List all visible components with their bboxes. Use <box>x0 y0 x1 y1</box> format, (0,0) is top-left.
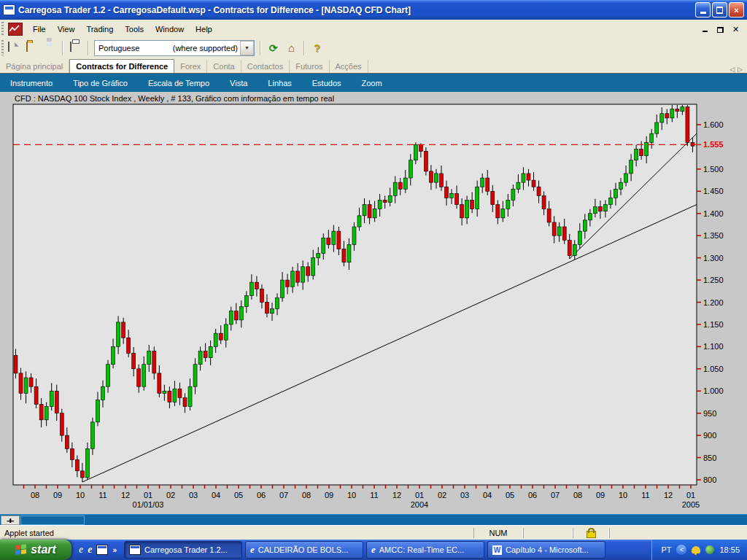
print-button[interactable] <box>67 40 84 56</box>
svg-text:10: 10 <box>347 491 356 499</box>
toolbar-separator <box>303 41 305 55</box>
outlook-express-icon[interactable]: e <box>79 544 83 556</box>
task-capitulo4-word[interactable]: W Capítulo 4 - Microsoft... <box>487 541 605 559</box>
task-amcc-realtime[interactable]: e AMCC: Real-Time EC... <box>366 541 484 559</box>
menu-help[interactable]: Help <box>190 23 218 36</box>
tab-scroll-left-icon[interactable]: ◁ <box>729 66 735 73</box>
status-bar: Applet started NUM <box>0 525 747 540</box>
save-button[interactable] <box>42 40 58 56</box>
language-dropdown-button[interactable]: ▼ <box>240 41 254 55</box>
svg-text:1.600: 1.600 <box>703 120 724 129</box>
quick-launch-overflow-chevron[interactable]: » <box>112 546 117 554</box>
carregosa-logo-icon <box>8 23 23 36</box>
toolbar-grip2[interactable] <box>1 40 4 56</box>
help-button[interactable]: ? <box>309 40 325 56</box>
svg-text:09: 09 <box>596 491 605 499</box>
close-button[interactable]: × <box>729 2 744 18</box>
task-caldeirao-de-bolsa[interactable]: e CALDEIRÃO DE BOLS... <box>245 541 363 559</box>
tab-pagina-principal[interactable]: Página principal <box>0 60 69 73</box>
tray-collapse-chevron[interactable]: < <box>676 545 686 555</box>
svg-text:1.200: 1.200 <box>703 298 724 307</box>
svg-text:1.400: 1.400 <box>703 209 724 218</box>
nav-tipo-de-grafico[interactable]: Tipo de Gráfico <box>63 75 138 91</box>
title-bar[interactable]: Carregosa Trader 1.2 - CarregosaDefault.… <box>0 0 747 20</box>
language-combobox[interactable]: Portuguese (where supported) ▼ <box>94 40 255 56</box>
restore-icon <box>716 7 723 13</box>
language-indicator[interactable]: PT <box>661 545 671 554</box>
svg-text:08: 08 <box>31 491 39 499</box>
quick-launch: e e » <box>71 544 123 556</box>
internet-explorer-icon[interactable]: e <box>88 544 92 556</box>
status-panel <box>609 528 747 538</box>
internet-explorer-icon: e <box>250 544 255 556</box>
svg-text:800: 800 <box>703 475 716 484</box>
svg-text:01/01/03: 01/01/03 <box>133 500 164 509</box>
nav-zoom[interactable]: Zoom <box>352 75 392 91</box>
carregosa-task-icon <box>129 545 141 555</box>
messenger-icon[interactable] <box>705 545 714 554</box>
svg-text:02: 02 <box>166 491 175 499</box>
word-icon: W <box>492 545 502 555</box>
mdi-restore-button[interactable] <box>715 24 726 34</box>
svg-text:01: 01 <box>686 491 695 499</box>
tab-accoes[interactable]: Acções <box>330 60 368 73</box>
taskbar: start e e » Carregosa Trader 1.2... e CA… <box>0 540 747 560</box>
notification-bell-icon[interactable] <box>692 546 700 553</box>
svg-text:11: 11 <box>98 491 107 499</box>
svg-text:11: 11 <box>641 491 649 499</box>
mdi-close-button[interactable]: ✕ <box>730 24 741 34</box>
nav-escala-de-tempo[interactable]: Escala de Tempo <box>138 75 220 91</box>
tab-scroll-right-icon[interactable]: ▷ <box>738 66 743 73</box>
home-button[interactable]: ⌂ <box>283 40 300 56</box>
nav-estudos[interactable]: Estudos <box>302 75 352 91</box>
tab-contactos[interactable]: Contactos <box>241 60 290 73</box>
svg-text:07: 07 <box>279 491 288 499</box>
svg-text:03: 03 <box>189 491 198 499</box>
svg-text:950: 950 <box>703 409 716 418</box>
refresh-button[interactable]: ⟳ <box>265 40 282 56</box>
open-button[interactable] <box>23 40 40 56</box>
printer-icon <box>70 42 71 52</box>
nav-instrumento[interactable]: Instrumento <box>0 75 63 91</box>
tab-futuros[interactable]: Futuros <box>290 60 329 73</box>
svg-text:04: 04 <box>483 491 492 499</box>
svg-text:1.350: 1.350 <box>703 231 724 240</box>
carregosa-quick-icon[interactable] <box>96 545 108 555</box>
toolbar-separator <box>260 41 261 55</box>
menu-file[interactable]: File <box>27 23 52 36</box>
tab-conta[interactable]: Conta <box>207 60 241 73</box>
svg-text:900: 900 <box>703 431 716 440</box>
start-button[interactable]: start <box>0 540 71 560</box>
crosshair-icon: + <box>7 516 15 525</box>
scrollbar-thumb[interactable] <box>20 516 85 525</box>
svg-text:03: 03 <box>460 491 469 499</box>
menu-tools[interactable]: Tools <box>119 23 150 36</box>
svg-text:01: 01 <box>144 491 152 499</box>
nav-linhas[interactable]: Linhas <box>258 75 301 91</box>
new-button[interactable] <box>5 40 22 56</box>
svg-text:1.000: 1.000 <box>703 386 724 395</box>
svg-text:1.150: 1.150 <box>703 320 724 329</box>
menu-trading[interactable]: Trading <box>80 23 119 36</box>
tab-contracts-for-difference[interactable]: Contracts for Difference <box>69 59 174 73</box>
restore-button[interactable] <box>712 2 727 18</box>
language-note: (where supported) <box>173 44 240 52</box>
nav-vista[interactable]: Vista <box>220 75 258 91</box>
svg-text:05: 05 <box>234 491 243 499</box>
tab-forex[interactable]: Forex <box>174 60 207 73</box>
minimize-button[interactable] <box>695 2 711 18</box>
chart-scrollbar[interactable]: + <box>0 514 747 526</box>
mdi-minimize-button[interactable] <box>700 24 711 34</box>
candlestick-chart[interactable]: 1.6001.5001.4501.4001.3501.3001.2501.200… <box>0 92 747 514</box>
svg-text:1.300: 1.300 <box>703 254 724 262</box>
svg-text:1.100: 1.100 <box>703 342 724 351</box>
task-carregosa-trader[interactable]: Carregosa Trader 1.2... <box>124 541 242 559</box>
toolbar-grip[interactable] <box>1 22 4 36</box>
menu-window[interactable]: Window <box>150 23 190 36</box>
toolbar-separator <box>88 41 89 55</box>
svg-text:07: 07 <box>551 491 560 499</box>
svg-text:10: 10 <box>76 491 85 499</box>
chart-area[interactable]: CFD : NASDAQ 100 Stock Index , Weekly , … <box>0 92 747 514</box>
menu-view[interactable]: View <box>52 23 81 36</box>
crosshair-tool-button[interactable]: + <box>1 516 20 525</box>
